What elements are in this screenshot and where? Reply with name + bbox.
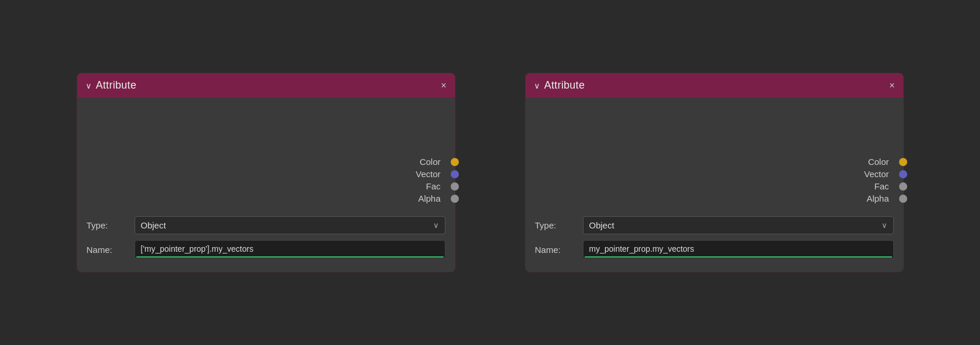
type-label-left: Type: [87, 220, 128, 230]
output-ports-right: Color Vector Fac Alpha [526, 157, 903, 203]
port-color-label-left: Color [420, 157, 447, 167]
name-input-underline-left [136, 256, 444, 258]
port-alpha-label-left: Alpha [418, 193, 446, 203]
node-right-fields: Type: Object ∨ Name: [526, 213, 903, 262]
node-left-header: ∨ Attribute × [77, 73, 455, 97]
node-right-title: Attribute [544, 79, 585, 91]
node-left-body: Color Vector Fac Alpha Type: [77, 97, 455, 272]
name-input-wrapper-right [583, 240, 894, 259]
node-right-body: Color Vector Fac Alpha Type: [526, 97, 903, 272]
port-vector-dot-left[interactable] [451, 170, 459, 178]
name-field-right: Name: [535, 240, 894, 259]
port-alpha-dot-left[interactable] [451, 195, 459, 203]
type-field-left: Type: Object ∨ [87, 216, 445, 234]
port-fac-dot-right[interactable] [899, 182, 907, 191]
node-left: ∨ Attribute × Color Vector Fac [77, 73, 455, 272]
node-left-fields: Type: Object ∨ Name: [77, 213, 455, 262]
port-vector-right: Vector [864, 169, 903, 179]
type-select-chevron-right: ∨ [882, 221, 887, 230]
port-vector-label-left: Vector [416, 169, 447, 179]
name-label-left: Name: [87, 245, 128, 255]
type-select-value-left: Object [141, 220, 166, 230]
port-fac-label-right: Fac [874, 181, 894, 191]
type-select-chevron-left: ∨ [433, 221, 439, 230]
type-select-right[interactable]: Object ∨ [583, 216, 894, 234]
close-button-right[interactable]: × [889, 80, 894, 91]
collapse-chevron-right[interactable]: ∨ [534, 81, 540, 90]
port-vector-left: Vector [416, 169, 455, 179]
type-field-right: Type: Object ∨ [535, 216, 894, 234]
port-color-right: Color [868, 157, 903, 167]
name-input-wrapper-left [135, 240, 445, 259]
port-alpha-left: Alpha [418, 193, 454, 203]
name-label-right: Name: [535, 245, 576, 255]
port-fac-left: Fac [426, 181, 454, 191]
port-vector-dot-right[interactable] [899, 170, 907, 178]
name-input-underline-right [585, 256, 892, 258]
output-ports-left: Color Vector Fac Alpha [77, 157, 455, 203]
type-select-value-right: Object [589, 220, 614, 230]
port-color-label-right: Color [868, 157, 895, 167]
port-alpha-dot-right[interactable] [899, 195, 907, 203]
port-alpha-right: Alpha [866, 193, 903, 203]
close-button-left[interactable]: × [441, 80, 446, 91]
type-label-right: Type: [535, 220, 576, 230]
node-right: ∨ Attribute × Color Vector Fac [525, 73, 904, 272]
port-color-dot-left[interactable] [451, 158, 459, 166]
port-fac-label-left: Fac [426, 181, 446, 191]
node-left-title: Attribute [96, 79, 137, 91]
port-vector-label-right: Vector [864, 169, 895, 179]
type-select-left[interactable]: Object ∨ [135, 216, 445, 234]
port-color-left: Color [420, 157, 455, 167]
collapse-chevron-left[interactable]: ∨ [86, 81, 91, 90]
port-fac-dot-left[interactable] [451, 182, 459, 191]
name-field-left: Name: [87, 240, 445, 259]
port-fac-right: Fac [874, 181, 903, 191]
node-right-header: ∨ Attribute × [526, 73, 903, 97]
port-color-dot-right[interactable] [899, 158, 907, 166]
port-alpha-label-right: Alpha [866, 193, 894, 203]
